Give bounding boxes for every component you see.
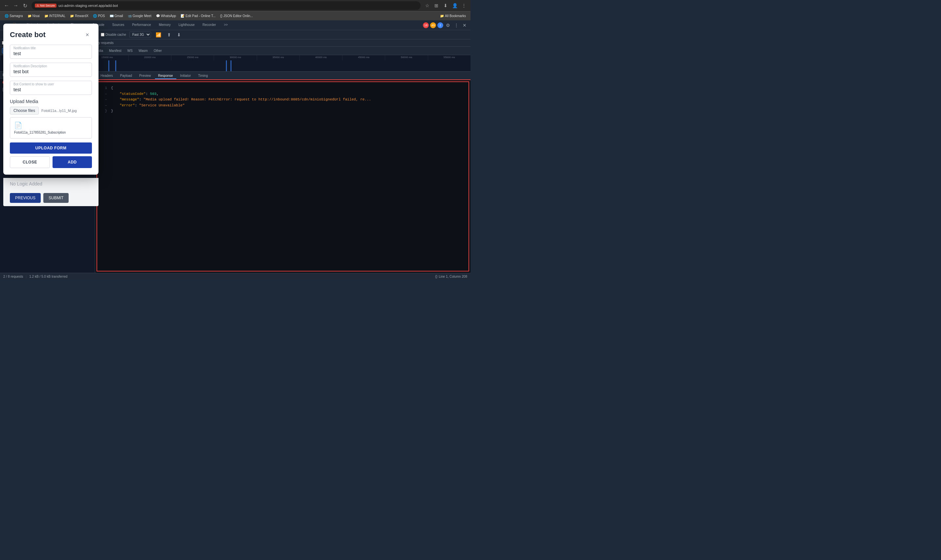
timeline-label-5: 25000 ms <box>171 55 214 60</box>
notification-title-input[interactable] <box>14 51 88 56</box>
close-devtools-button[interactable]: ✕ <box>461 22 468 29</box>
bookmark-editpad-label: Edit Pad - Online T... <box>185 14 216 18</box>
type-btn-wasm[interactable]: Wasm <box>136 48 150 54</box>
modal-close-button[interactable]: × <box>83 30 92 39</box>
export-button[interactable]: ⬇ <box>176 32 182 38</box>
security-badge: ⚠ Not Secure <box>35 4 57 8</box>
timeline-label-6: 30000 ms <box>214 55 256 60</box>
response-tab[interactable]: Response <box>155 73 176 79</box>
extensions-button[interactable]: ⊞ <box>433 2 440 9</box>
bookmark-meet-label: Google Meet <box>132 14 151 18</box>
url-text: uci-admin-staging.vercel.app/add-bot <box>59 4 118 8</box>
timeline-label-9: 45000 ms <box>342 55 385 60</box>
initiator-tab[interactable]: Initiator <box>177 73 194 79</box>
bookmark-whatsapp[interactable]: 💬 WhatsApp <box>154 14 178 18</box>
bookmark-internal[interactable]: 📁 INTERNAL <box>42 14 67 18</box>
close-button-label: CLOSE <box>23 160 37 165</box>
disable-cache-checkbox-label[interactable]: Disable cache <box>101 33 126 37</box>
add-button-label: ADD <box>68 160 77 165</box>
lighthouse-tab-label: Lighthouse <box>179 23 195 26</box>
choose-files-label: Choose files <box>14 108 35 113</box>
samagra-icon: 🌐 <box>5 14 9 18</box>
close-button[interactable]: CLOSE <box>10 156 50 168</box>
tab-recorder[interactable]: Recorder <box>199 22 219 29</box>
back-button[interactable]: ← <box>3 2 11 9</box>
bookmark-all[interactable]: 📁 All Bookmarks <box>438 14 468 18</box>
bookmark-json[interactable]: {} JSON Editor Onlin... <box>218 14 255 18</box>
bookmark-whatsapp-label: WhatsApp <box>161 14 176 18</box>
notification-title-label: Notification title <box>14 46 88 50</box>
modal-header: Create bot × <box>10 30 92 39</box>
address-bar[interactable]: ⚠ Not Secure uci-admin-staging.vercel.ap… <box>32 1 420 10</box>
preview-tab[interactable]: Preview <box>136 73 154 79</box>
message-line: "message": "Media upload failed! Reason:… <box>111 97 371 103</box>
bookmark-pos[interactable]: 🌐 POS <box>91 14 107 18</box>
headers-tab-label: Headers <box>100 74 113 77</box>
no-logic-text: No Logic Added <box>10 181 92 186</box>
line-info-status: Line 1, Column 208 <box>439 275 467 278</box>
file-preview-box: 📄 Fotoli11a_117855281_Subscription <box>10 117 92 138</box>
bookmark-gmail[interactable]: ✉️ Gmail <box>108 14 125 18</box>
forward-button[interactable]: → <box>12 2 20 9</box>
timeline-label-11: 55000 ms <box>428 55 470 60</box>
type-btn-manifest[interactable]: Manifest <box>106 48 124 54</box>
tab-memory[interactable]: Memory <box>156 22 174 29</box>
tab-sources[interactable]: Sources <box>109 22 128 29</box>
vertical-dots-button[interactable]: ⋮ <box>453 22 460 29</box>
response-tab-label: Response <box>158 74 173 77</box>
warning-count-badge: 49 <box>430 22 436 28</box>
payload-tab[interactable]: Payload <box>117 73 135 79</box>
pretty-print-icon: {} <box>435 275 438 278</box>
profile-button[interactable]: 👤 <box>451 2 459 9</box>
tab-lighthouse[interactable]: Lighthouse <box>176 22 198 29</box>
bookmark-editpad[interactable]: 📝 Edit Pad - Online T... <box>179 14 218 18</box>
type-btn-ws[interactable]: WS <box>125 48 135 54</box>
choose-files-button[interactable]: Choose files <box>10 107 39 115</box>
close-x-icon: × <box>86 32 89 38</box>
bookmark-nisai[interactable]: 📁 Nisai <box>26 14 42 18</box>
tab-performance[interactable]: Performance <box>129 22 154 29</box>
page-nav-buttons: PREVIOUS SUBMIT <box>10 193 92 203</box>
menu-button[interactable]: ⋮ <box>460 2 468 9</box>
bot-content-input[interactable] <box>14 87 88 92</box>
bottom-buttons-row: CLOSE ADD <box>10 156 92 168</box>
internal-icon: 📁 <box>44 14 48 18</box>
bookmark-meet[interactable]: 📹 Google Meet <box>126 14 153 18</box>
modal-overlay: Create bot × Notification title Notifica… <box>0 20 102 206</box>
notification-description-input[interactable] <box>14 69 88 74</box>
timeline-label-8: 40000 ms <box>299 55 342 60</box>
bookmark-samagra[interactable]: 🌐 Samagra <box>3 14 25 18</box>
file-icon: 📄 <box>14 122 22 129</box>
settings-button[interactable]: ⚙ <box>445 22 451 29</box>
status-code-line: "statusCode": 503, <box>111 91 159 97</box>
submit-button[interactable]: SUBMIT <box>43 193 69 203</box>
security-icon: ⚠ <box>37 4 39 7</box>
json-icon: {} <box>220 14 223 18</box>
bookmarks-bar: 🌐 Samagra 📁 Nisai 📁 INTERNAL 📁 RewardX 🌐… <box>0 11 470 20</box>
type-btn-other[interactable]: Other <box>151 48 165 54</box>
disable-cache-label: Disable cache <box>105 33 126 37</box>
download-button[interactable]: ⬇ <box>442 2 450 9</box>
add-button[interactable]: ADD <box>52 156 92 168</box>
json-line-3: – "message": "Media upload failed! Reaso… <box>100 97 465 103</box>
timing-tab[interactable]: Timing <box>195 73 211 79</box>
reload-button[interactable]: ↻ <box>21 2 29 9</box>
upload-form-button[interactable]: UPLOAD FORM <box>10 143 92 154</box>
rewardx-icon: 📁 <box>70 14 74 18</box>
initiator-tab-label: Initiator <box>180 74 191 77</box>
previous-button[interactable]: PREVIOUS <box>10 193 41 203</box>
network-condition-select[interactable]: Fast 3G <box>129 32 151 38</box>
tab-more[interactable]: >> <box>221 22 231 29</box>
nav-buttons: ← → ↻ <box>3 2 29 9</box>
page-background-section: No Logic Added PREVIOUS SUBMIT <box>3 178 99 206</box>
performance-tab-label: Performance <box>132 23 151 26</box>
error-line: "error": "Service Unavailable" <box>111 103 185 109</box>
modal-buttons: UPLOAD FORM CLOSE ADD <box>10 143 92 168</box>
bookmark-button[interactable]: ☆ <box>423 2 431 9</box>
file-choose-row: Choose files Fotoli11a...ly11_M.jpg <box>10 107 92 115</box>
bookmark-rewardx[interactable]: 📁 RewardX <box>68 14 90 18</box>
previous-label: PREVIOUS <box>15 195 35 200</box>
throttle-icon-button[interactable]: 📶 <box>154 32 163 38</box>
devtools-toolbar-right: 18 49 2 ⚙ ⋮ ✕ <box>423 22 468 29</box>
import-button[interactable]: ⬆ <box>166 32 172 38</box>
